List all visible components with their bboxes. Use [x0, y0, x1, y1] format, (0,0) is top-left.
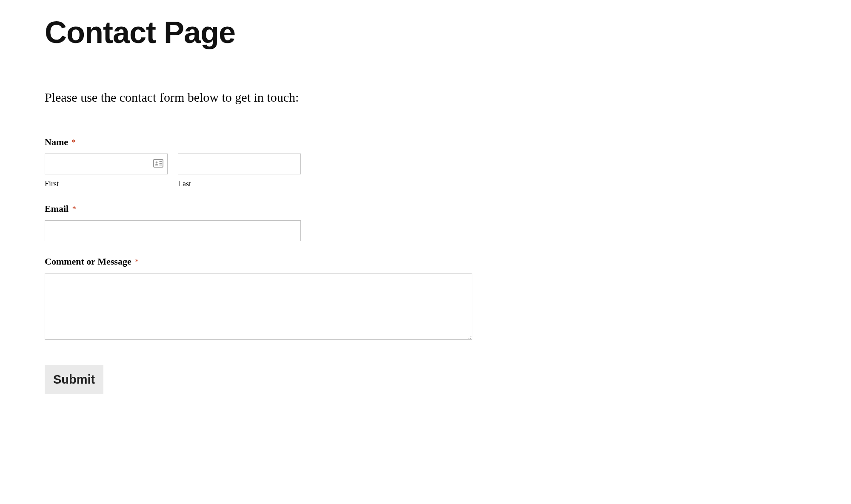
message-input[interactable] — [45, 273, 472, 340]
email-field: Email * — [45, 203, 806, 241]
message-field: Comment or Message * — [45, 256, 806, 342]
message-label: Comment or Message * — [45, 256, 806, 267]
page-title: Contact Page — [45, 15, 806, 50]
contact-form: Name * — [45, 137, 806, 394]
last-name-input[interactable] — [178, 154, 301, 174]
name-label-text: Name — [45, 137, 68, 147]
first-name-input[interactable] — [45, 154, 168, 174]
first-name-sublabel: First — [45, 179, 168, 188]
first-name-col: First — [45, 154, 168, 188]
submit-button[interactable]: Submit — [45, 365, 103, 394]
email-label: Email * — [45, 203, 806, 214]
name-required-mark: * — [71, 138, 75, 147]
name-row: First Last — [45, 154, 301, 188]
name-label: Name * — [45, 137, 806, 148]
intro-text: Please use the contact form below to get… — [45, 90, 806, 105]
message-required-mark: * — [135, 258, 139, 266]
name-field: Name * — [45, 137, 806, 188]
message-label-text: Comment or Message — [45, 256, 131, 267]
last-name-col: Last — [178, 154, 301, 188]
first-name-wrap — [45, 154, 168, 174]
email-label-text: Email — [45, 203, 69, 214]
last-name-sublabel: Last — [178, 179, 301, 188]
email-input[interactable] — [45, 220, 301, 241]
email-required-mark: * — [72, 205, 76, 214]
